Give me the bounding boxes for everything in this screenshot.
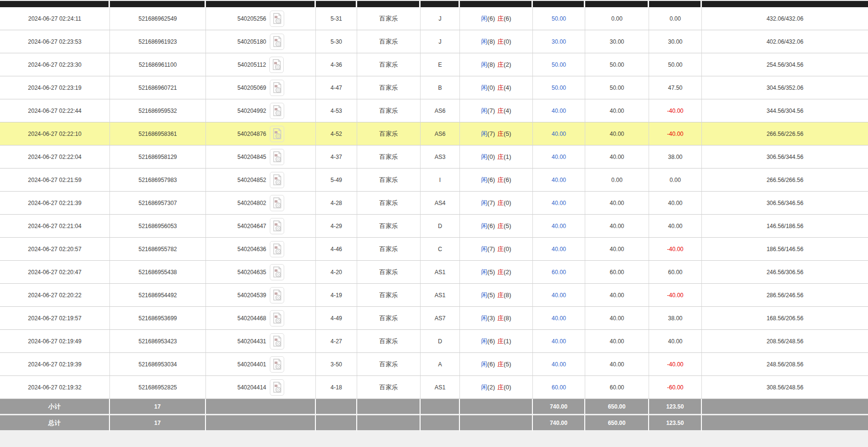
round-id-cell: 540204414: [206, 376, 316, 399]
table-row[interactable]: 2024-06-27 02:23:53 521686961923 5402051…: [0, 30, 868, 53]
table-row[interactable]: 2024-06-27 02:20:47 521686955438 5402046…: [0, 261, 868, 284]
result-cell: 闲(8)庄(2): [460, 53, 533, 76]
result-cell: 闲(6)庄(6): [460, 7, 533, 30]
shoe-round-cell: 4-27: [316, 330, 357, 353]
video-replay-icon[interactable]: [270, 287, 284, 303]
bet-time-cell: 2024-06-27 02:19:49: [0, 330, 110, 353]
winloss-cell: 40.00: [649, 192, 702, 215]
result-cell: 闲(7)庄(5): [460, 122, 533, 145]
video-replay-icon[interactable]: [270, 333, 284, 350]
video-replay-icon[interactable]: [270, 172, 284, 188]
bet-history-page: 2024-06-27 02:24:11 521686962549 5402052…: [0, 0, 868, 432]
video-replay-icon[interactable]: [270, 241, 284, 257]
table-row[interactable]: 2024-06-27 02:23:19 521686960721 5402050…: [0, 76, 868, 99]
table-code-cell: AS6: [421, 122, 460, 145]
game-name-cell: 百家乐: [357, 353, 421, 376]
bet-history-table: 2024-06-27 02:24:11 521686962549 5402052…: [0, 1, 868, 432]
bet-time-cell: 2024-06-27 02:19:57: [0, 307, 110, 330]
table-code-cell: AS3: [421, 145, 460, 169]
winloss-cell: 47.50: [649, 76, 702, 99]
summary-valid-total-cell: 650.00: [585, 399, 649, 415]
balance-cell: 308.56/248.56: [702, 376, 868, 399]
player-label: 闲: [481, 61, 487, 68]
table-code-cell: E: [421, 53, 460, 76]
result-cell: 闲(8)庄(0): [460, 30, 533, 53]
video-replay-icon[interactable]: [270, 379, 284, 396]
video-replay-icon[interactable]: [270, 34, 284, 50]
bet-amount-cell: 60.00: [533, 261, 585, 284]
table-row[interactable]: 2024-06-27 02:19:39 521686953034 5402044…: [0, 353, 868, 376]
table-row[interactable]: 2024-06-27 02:19:49 521686953423 5402044…: [0, 330, 868, 353]
banker-points: (2): [504, 61, 511, 68]
winloss-cell: -40.00: [649, 238, 702, 261]
valid-bet-cell: 40.00: [585, 99, 649, 122]
player-points: (6): [487, 361, 495, 368]
banker-points: (5): [504, 130, 511, 137]
banker-points: (5): [504, 361, 511, 368]
game-name-cell: 百家乐: [357, 261, 421, 284]
table-row[interactable]: 2024-06-27 02:21:04 521686956053 5402046…: [0, 215, 868, 238]
valid-bet-cell: 40.00: [585, 122, 649, 145]
player-label: 闲: [481, 245, 487, 253]
bet-id-cell: 521686952825: [110, 376, 206, 399]
video-replay-icon[interactable]: [270, 126, 284, 142]
video-replay-icon[interactable]: [270, 149, 284, 165]
table-row[interactable]: 2024-06-27 02:22:44 521686959532 5402049…: [0, 99, 868, 122]
round-id-cell: 540204539: [206, 284, 316, 307]
video-replay-icon[interactable]: [270, 195, 284, 211]
table-code-cell: AS1: [421, 284, 460, 307]
table-row[interactable]: 2024-06-27 02:20:57 521686955782 5402046…: [0, 238, 868, 261]
table-row[interactable]: 2024-06-27 02:22:04 521686958129 5402048…: [0, 145, 868, 169]
winloss-cell: 40.00: [649, 330, 702, 353]
summary-bet-total-cell: 740.00: [533, 399, 585, 415]
banker-label: 庄: [497, 245, 504, 253]
table-row[interactable]: 2024-06-27 02:22:10 521686958361 5402048…: [0, 122, 868, 145]
header-cell-round-id: [206, 1, 316, 7]
round-id-value: 540204414: [237, 384, 266, 391]
video-replay-icon[interactable]: [270, 218, 284, 234]
bet-id-cell: 521686959532: [110, 99, 206, 122]
summary-empty-cell: [702, 399, 868, 415]
video-replay-icon[interactable]: [270, 103, 284, 119]
video-replay-icon[interactable]: [270, 310, 284, 326]
result-cell: 闲(6)庄(5): [460, 353, 533, 376]
summary-empty-cell: [206, 399, 316, 415]
shoe-round-cell: 4-36: [316, 53, 357, 76]
balance-cell: 266.56/266.56: [702, 169, 868, 192]
video-replay-icon[interactable]: [269, 57, 284, 73]
result-cell: 闲(7)庄(0): [460, 192, 533, 215]
game-name-cell: 百家乐: [357, 76, 421, 99]
player-label: 闲: [481, 38, 487, 45]
table-row[interactable]: 2024-06-27 02:19:32 521686952825 5402044…: [0, 376, 868, 399]
table-row[interactable]: 2024-06-27 02:24:11 521686962549 5402052…: [0, 7, 868, 30]
video-replay-icon[interactable]: [270, 264, 284, 280]
round-id-value: 540204876: [237, 131, 266, 137]
bet-time-cell: 2024-06-27 02:21:04: [0, 215, 110, 238]
bet-amount-cell: 40.00: [533, 122, 585, 145]
round-id-cell: 540204401: [206, 353, 316, 376]
banker-points: (5): [504, 222, 511, 230]
round-id-value: 540204539: [237, 292, 266, 299]
player-label: 闲: [481, 15, 487, 22]
video-replay-icon[interactable]: [270, 11, 284, 27]
video-replay-icon[interactable]: [270, 356, 284, 373]
table-row[interactable]: 2024-06-27 02:20:22 521686954492 5402045…: [0, 284, 868, 307]
header-cell-balance: [702, 1, 868, 7]
table-row[interactable]: 2024-06-27 02:21:39 521686957307 5402048…: [0, 192, 868, 215]
player-label: 闲: [481, 291, 487, 299]
result-cell: 闲(0)庄(1): [460, 145, 533, 169]
summary-empty-cell: [702, 415, 868, 432]
bet-time-cell: 2024-06-27 02:19:32: [0, 376, 110, 399]
player-label: 闲: [481, 199, 487, 206]
table-code-cell: AS7: [421, 307, 460, 330]
bet-amount-cell: 50.00: [533, 7, 585, 30]
banker-points: (0): [504, 199, 511, 206]
balance-cell: 344.56/304.56: [702, 99, 868, 122]
table-code-cell: B: [421, 76, 460, 99]
video-replay-icon[interactable]: [270, 80, 284, 96]
table-row[interactable]: 2024-06-27 02:23:30 521686961100 5402051…: [0, 53, 868, 76]
round-id-value: 540204636: [237, 246, 266, 253]
table-row[interactable]: 2024-06-27 02:21:59 521686957983 5402048…: [0, 169, 868, 192]
table-row[interactable]: 2024-06-27 02:19:57 521686953699 5402044…: [0, 307, 868, 330]
result-cell: 闲(6)庄(1): [460, 330, 533, 353]
